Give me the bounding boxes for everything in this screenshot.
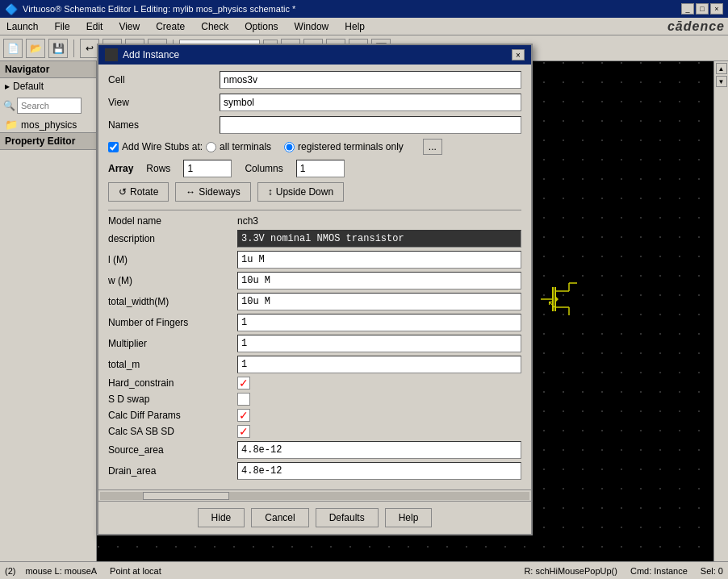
total-width-input[interactable]	[237, 293, 521, 310]
hard-constrain-row: Hard_constrain ✓	[108, 377, 521, 389]
right-btn-1[interactable]: ▲	[716, 63, 727, 74]
upside-down-icon: ↕	[268, 186, 273, 198]
search-icon: 🔍	[3, 100, 15, 111]
separator-1	[73, 40, 74, 57]
registered-terminals-radio[interactable]	[284, 142, 295, 152]
names-input[interactable]	[220, 116, 521, 134]
source-area-label: Source_area	[108, 444, 237, 456]
l-label: l (M)	[108, 254, 237, 265]
dialog-body: Cell View Names Add Wire Stubs at:	[98, 65, 531, 489]
num-fingers-row: Number of Fingers	[108, 314, 521, 331]
registered-terminals-label: registered terminals only	[298, 141, 404, 152]
save-button[interactable]: 💾	[48, 39, 68, 58]
menu-create[interactable]: Create	[153, 19, 188, 34]
menu-file[interactable]: File	[51, 19, 73, 34]
columns-label: Columns	[245, 163, 282, 174]
folder-icon: 📁	[5, 119, 18, 131]
dialog-titlebar: Add Instance ×	[98, 45, 531, 65]
wire-stubs-row: Add Wire Stubs at: all terminals registe…	[108, 139, 521, 155]
rotate-icon: ↺	[119, 186, 127, 198]
dialog-close-button[interactable]: ×	[512, 49, 525, 60]
calc-diff-checkbox[interactable]: ✓	[237, 409, 250, 422]
sd-swap-checkbox[interactable]	[237, 393, 250, 406]
page-indicator: (2)	[5, 566, 15, 576]
rows-input[interactable]	[183, 160, 232, 177]
defaults-button[interactable]: Defaults	[316, 508, 379, 527]
new-button[interactable]: 📄	[3, 39, 23, 58]
sideways-icon: ↔	[186, 186, 195, 198]
left-panel: Navigator ▸ Default 🔍 📁 mos_physics Prop…	[0, 61, 97, 561]
title-bar-controls[interactable]: _ □ ×	[681, 3, 723, 15]
tree-item-mos-physics[interactable]: 📁 mos_physics	[0, 117, 96, 132]
description-label: description	[108, 233, 237, 244]
help-button[interactable]: Help	[385, 508, 433, 527]
all-terminals-label: all terminals	[220, 141, 271, 152]
menu-launch[interactable]: Launch	[3, 19, 41, 34]
description-input[interactable]	[237, 230, 521, 248]
rotate-button[interactable]: ↺ Rotate	[108, 182, 169, 202]
l-input[interactable]	[237, 251, 521, 269]
cell-row: Cell	[108, 71, 521, 89]
menu-help[interactable]: Help	[341, 19, 368, 34]
upside-down-button[interactable]: ↕ Upside Down	[257, 182, 344, 202]
minimize-button[interactable]: _	[681, 3, 694, 15]
wire-stubs-label: Add Wire Stubs at:	[122, 141, 203, 152]
view-row: View	[108, 94, 521, 111]
close-button[interactable]: ×	[710, 3, 723, 15]
menu-view[interactable]: View	[115, 19, 143, 34]
calc-sa-label: Calc SA SB SD	[108, 426, 237, 437]
menu-edit[interactable]: Edit	[83, 19, 107, 34]
names-label: Names	[108, 119, 213, 131]
cell-input[interactable]	[220, 71, 521, 89]
status-middle: Point at locat	[110, 566, 161, 576]
model-name-row: Model name nch3	[108, 215, 521, 227]
drain-area-input[interactable]	[237, 462, 521, 480]
calc-sa-row: Calc SA SB SD ✓	[108, 425, 521, 438]
maximize-button[interactable]: □	[696, 3, 709, 15]
hard-constrain-checkbox[interactable]: ✓	[237, 377, 250, 389]
num-fingers-label: Number of Fingers	[108, 317, 237, 328]
status-sel: Sel: 0	[701, 566, 723, 576]
total-m-input[interactable]	[237, 356, 521, 373]
dialog-overlay: Add Instance × Cell View Names	[97, 44, 533, 535]
right-btn-2[interactable]: ▼	[716, 76, 727, 87]
sideways-button[interactable]: ↔ Sideways	[175, 182, 250, 202]
dialog-h-scrollbar[interactable]	[98, 489, 531, 501]
all-terminals-option[interactable]: all terminals	[206, 141, 271, 152]
all-terminals-radio[interactable]	[206, 142, 216, 152]
search-container: 🔍	[0, 94, 96, 117]
default-item[interactable]: ▸ Default	[0, 78, 96, 94]
registered-terminals-option[interactable]: registered terminals only	[284, 141, 404, 152]
menu-check[interactable]: Check	[198, 19, 232, 34]
total-m-row: total_m	[108, 356, 521, 373]
source-area-input[interactable]	[237, 441, 521, 459]
cancel-button[interactable]: Cancel	[251, 508, 308, 527]
h-scroll-track[interactable]	[100, 492, 529, 500]
calc-sa-checkbox[interactable]: ✓	[237, 425, 250, 438]
menu-window[interactable]: Window	[291, 19, 333, 34]
mos-symbol	[533, 275, 581, 323]
tree-item-label: mos_physics	[21, 119, 77, 131]
columns-input[interactable]	[296, 160, 345, 177]
menu-options[interactable]: Options	[241, 19, 281, 34]
total-width-label: total_width(M)	[108, 296, 237, 307]
transform-buttons-row: ↺ Rotate ↔ Sideways ↕ Upside Down	[108, 182, 521, 202]
w-input[interactable]	[237, 272, 521, 290]
dots-button[interactable]: ...	[423, 139, 442, 155]
multiplier-input[interactable]	[237, 335, 521, 352]
h-scroll-thumb[interactable]	[143, 492, 228, 500]
property-editor-body	[0, 150, 96, 561]
hide-button[interactable]: Hide	[198, 508, 245, 527]
title-bar: 🔷 Virtuoso® Schematic Editor L Editing: …	[0, 0, 728, 18]
status-cmd: Cmd: Instance	[630, 566, 688, 576]
cursor-indicator: ↖	[547, 298, 557, 310]
app-icon: 🔷	[5, 3, 18, 15]
view-input[interactable]	[220, 94, 521, 111]
navigator-search-input[interactable]	[17, 98, 82, 114]
dialog-title-left: Add Instance	[105, 48, 179, 61]
drain-area-label: Drain_area	[108, 465, 237, 477]
w-label: w (M)	[108, 275, 237, 286]
wire-stubs-checkbox[interactable]	[108, 142, 119, 152]
open-button[interactable]: 📂	[26, 39, 45, 58]
num-fingers-input[interactable]	[237, 314, 521, 331]
